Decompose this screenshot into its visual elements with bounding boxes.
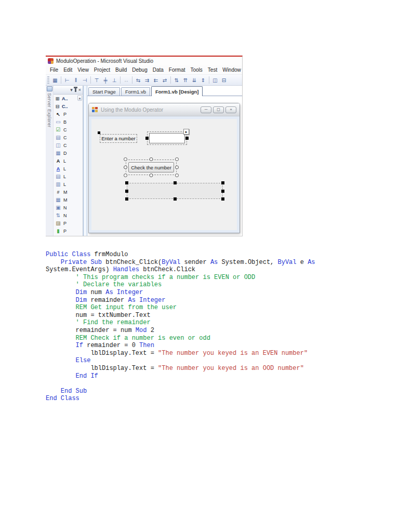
toolbox-item-progressbar[interactable]: ▮P (54, 227, 83, 235)
toolbox-item-datetimepicker[interactable]: ▦D (54, 149, 83, 157)
selection-handle-tr[interactable] (175, 157, 179, 161)
toolbox-item-maskedtextbox[interactable]: #M (54, 188, 83, 196)
smart-tag-button[interactable]: ▸ (183, 129, 189, 135)
tab-form1-vb[interactable]: Form1.vb (121, 87, 150, 96)
remove-horizontal-spacing-icon[interactable]: ⇄ (161, 76, 169, 84)
toolbar-separator (90, 76, 91, 84)
menu-window[interactable]: Window (222, 67, 241, 73)
snap-to-grid-icon[interactable]: ▦ (51, 76, 59, 84)
align-middles-icon[interactable]: ╪ (101, 76, 110, 84)
design-label-enter-number[interactable]: Enter a number (100, 134, 137, 143)
selection-handle-br[interactable] (221, 197, 224, 201)
increase-vertical-spacing-icon[interactable]: ⇈ (181, 76, 190, 84)
designer-area: Start PageForm1.vbForm1.vb [Design] Usin… (87, 86, 242, 236)
minimize-button[interactable]: ─ (201, 107, 211, 113)
selection-handle-tm[interactable] (174, 181, 177, 184)
form-title-bar[interactable]: Using the Modulo Operator ─◻× (89, 103, 240, 116)
menu-file[interactable]: File (50, 67, 58, 73)
close-button[interactable]: × (225, 107, 236, 113)
menu-debug[interactable]: Debug (132, 67, 147, 73)
menu-view[interactable]: View (77, 67, 89, 73)
code-line: If remainder = 0 Then (46, 342, 368, 350)
toolbar-grip[interactable] (47, 76, 49, 84)
align-tops-icon[interactable]: ⊤ (92, 76, 101, 84)
selection-handle-bl[interactable] (124, 174, 127, 177)
code-line: End Sub (46, 388, 368, 395)
make-horizontal-spacing-equal-icon[interactable]: ⇆ (134, 76, 142, 84)
form-body[interactable]: Enter a number ▸ Check the number (89, 116, 240, 233)
close-icon[interactable]: × (78, 87, 81, 92)
align-rights-icon[interactable]: ⊣ (81, 76, 89, 84)
checkedlistbox-icon: ▤ (55, 135, 61, 141)
remove-vertical-spacing-icon[interactable]: ⇕ (199, 76, 207, 84)
combobox-icon: ◫ (55, 142, 61, 149)
make-vertical-spacing-equal-icon[interactable]: ⇅ (172, 76, 181, 84)
selection-handle-mr[interactable] (221, 190, 224, 193)
toolbox-item-checkedlistbox[interactable]: ▤C (54, 134, 83, 141)
window-position-icon[interactable]: ▾ (70, 87, 73, 92)
selection-handle-bm[interactable] (174, 197, 177, 201)
selection-handle-tr[interactable] (221, 181, 224, 184)
menu-project[interactable]: Project (94, 67, 110, 73)
toolbox-item-radiobutton[interactable]: ◉ (54, 235, 83, 236)
selection-handle-tm[interactable] (150, 157, 153, 161)
tab-start-page[interactable]: Start Page (88, 87, 120, 96)
increase-horizontal-spacing-icon[interactable]: ⇉ (143, 76, 151, 84)
pin-icon[interactable] (75, 88, 76, 92)
selection-handle-bm[interactable] (150, 174, 153, 177)
toolbox-scroll-up-icon[interactable]: ▴ (77, 95, 82, 101)
toolbox-item-listbox[interactable]: ▤L (54, 172, 83, 180)
center-horizontally-icon[interactable]: ◫ (211, 76, 219, 84)
toolbox-item-checkbox[interactable]: ☑C (54, 126, 83, 134)
code-line: ' Find the remainder (46, 319, 368, 327)
selection-handle-tl[interactable] (125, 181, 128, 184)
align-centers-icon[interactable]: ‖ (72, 76, 80, 84)
toolbox-item-linklabel[interactable]: AL (54, 165, 83, 172)
align-bottoms-icon[interactable]: ⊥ (110, 76, 118, 84)
center-vertically-icon[interactable]: ⊟ (220, 76, 228, 84)
tab-form1-vb-design[interactable]: Form1.vb [Design] (151, 86, 203, 96)
selection-handle-mr[interactable] (175, 166, 179, 169)
decrease-vertical-spacing-icon[interactable]: ⇊ (190, 76, 198, 84)
menu-test[interactable]: Test (208, 67, 217, 73)
toolbox-item-button[interactable]: ▭B (54, 118, 83, 126)
decrease-horizontal-spacing-icon[interactable]: ⇇ (152, 76, 160, 84)
toolbox-group-c[interactable]: ⊟C.. (54, 102, 83, 110)
panel-splitter[interactable] (83, 86, 87, 236)
code-line: lblDisplay.Text = "The number you keyed … (46, 350, 368, 357)
toolbox-item-numericupdown[interactable]: ⇅N (54, 211, 83, 219)
toolbox-item-label[interactable]: AL (54, 157, 83, 165)
menu-edit[interactable]: Edit (63, 67, 72, 73)
make-same-width-icon[interactable]: ↔ (122, 76, 130, 84)
design-canvas[interactable]: Using the Modulo Operator ─◻× Enter a nu… (87, 96, 242, 236)
menu-format[interactable]: Format (169, 67, 185, 73)
toolbox-item-listview[interactable]: ▥L (54, 180, 83, 188)
menu-build[interactable]: Build (115, 67, 127, 73)
toolbox-item-picturebox[interactable]: ▨P (54, 219, 83, 227)
toolbar-separator (170, 76, 171, 84)
selection-handle-ml[interactable] (124, 166, 127, 169)
selection-handle-ml[interactable] (125, 190, 128, 193)
design-button-check[interactable]: Check the number (128, 162, 174, 172)
selection-handle-mr[interactable] (185, 137, 189, 140)
menu-tools[interactable]: Tools (191, 67, 203, 73)
code-line: ' This program checks if a number is EVE… (46, 274, 368, 282)
selection-handle-br[interactable] (175, 174, 179, 177)
design-textbox[interactable] (149, 133, 185, 143)
design-label-display[interactable] (127, 183, 223, 199)
menu-data[interactable]: Data (153, 67, 164, 73)
maximize-button[interactable]: ◻ (213, 107, 224, 113)
selection-handle-tl[interactable] (124, 157, 127, 161)
toolbox-item-monthcalendar[interactable]: ▦M (54, 196, 83, 204)
align-lefts-icon[interactable]: ⊢ (63, 76, 71, 84)
form-window[interactable]: Using the Modulo Operator ─◻× Enter a nu… (88, 103, 240, 233)
code-line: Dim num As Integer (46, 289, 368, 297)
selection-handle-ml[interactable] (145, 137, 149, 140)
form-title: Using the Modulo Operator (101, 107, 196, 113)
server-explorer-tab[interactable]: Server Explorer (46, 86, 54, 236)
code-line: REM Check if a number is even or odd (46, 335, 368, 342)
selection-handle-bl[interactable] (125, 197, 128, 201)
toolbox-item-pointer[interactable]: ↖P (54, 110, 83, 118)
toolbox-item-combobox[interactable]: ◫C (54, 141, 83, 149)
toolbox-item-notifyicon[interactable]: ▣N (54, 204, 83, 211)
